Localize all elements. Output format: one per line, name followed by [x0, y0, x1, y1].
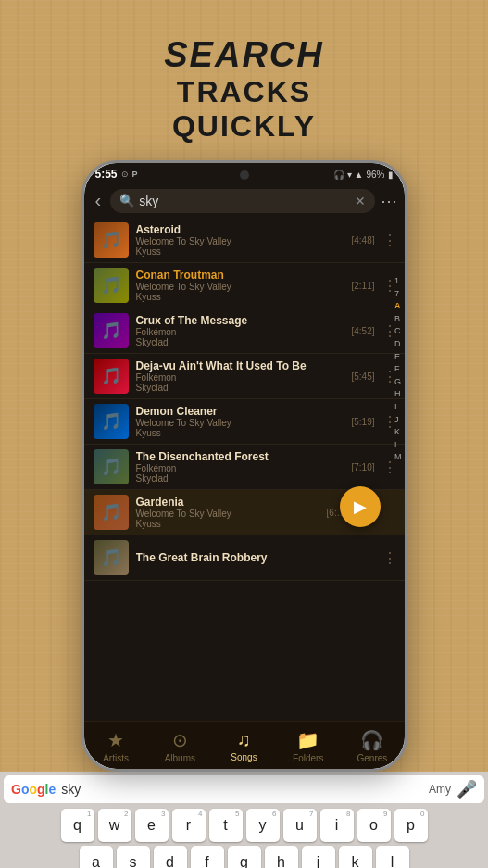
key-e[interactable]: 3e	[135, 809, 169, 842]
status-p-icon: P	[132, 170, 138, 179]
track-album: Folkémon	[136, 327, 344, 337]
google-logo: Google	[11, 782, 56, 797]
key-p[interactable]: 0p	[394, 809, 428, 842]
track-item[interactable]: 🎵 Crux of The Message Folkémon Skyclad […	[84, 308, 405, 354]
header-line1: SEARCH	[0, 35, 488, 75]
track-duration: [4:52]	[351, 326, 374, 336]
search-icon: 🔍	[119, 194, 134, 208]
keyboard-amy-text: Amy	[429, 783, 451, 796]
nav-songs-label: Songs	[231, 752, 257, 762]
track-album: Folkémon	[136, 463, 344, 473]
signal-icon: ▲	[355, 170, 364, 180]
key-j[interactable]: j	[302, 846, 335, 868]
keyboard-search-bar: Google sky Amy 🎤	[4, 775, 484, 803]
track-item[interactable]: 🎵 Asteroid Welcome To Sky Valley Kyuss […	[84, 218, 405, 263]
albums-icon: ⊙	[172, 729, 188, 751]
key-y[interactable]: 6y	[246, 809, 280, 842]
track-more-button[interactable]: ⋮	[382, 232, 397, 249]
track-item[interactable]: 🎵 The Disenchanted Forest Folkémon Skycl…	[84, 445, 405, 490]
track-thumbnail: 🎵	[94, 268, 129, 303]
key-d[interactable]: d	[154, 846, 187, 868]
genres-icon: 🎧	[360, 729, 383, 751]
track-item[interactable]: 🎵 Demon Cleaner Welcome To Sky Valley Ky…	[84, 399, 405, 445]
play-button[interactable]: ▶	[340, 486, 381, 527]
key-r[interactable]: 4r	[172, 809, 206, 842]
track-artist: Kyuss	[136, 292, 344, 302]
nav-genres[interactable]: 🎧 Genres	[340, 727, 404, 765]
key-o[interactable]: 9o	[357, 809, 391, 842]
search-query: sky	[139, 194, 349, 208]
nav-songs[interactable]: ♫ Songs	[212, 727, 276, 765]
key-w[interactable]: 2w	[98, 809, 131, 842]
wifi-icon: ▾	[347, 170, 352, 180]
nav-folders-label: Folders	[293, 753, 323, 763]
key-q[interactable]: 1q	[61, 809, 94, 842]
track-item[interactable]: 🎵 The Great Brain Robbery ⋮	[84, 535, 405, 581]
track-thumbnail: 🎵	[94, 222, 129, 258]
key-u[interactable]: 7u	[283, 809, 317, 842]
track-album: Welcome To Sky Valley	[136, 418, 344, 428]
track-list: 1 7 A B C D E F G H I J K L M 🎵 Astero	[84, 218, 405, 721]
track-title: Asteroid	[136, 223, 344, 236]
keyboard-rows: 1q 2w 3e 4r 5t 6y 7u 8i 9o 0p a s d f g …	[0, 807, 488, 868]
track-thumbnail: 🎵	[94, 359, 129, 394]
nav-genres-label: Genres	[357, 753, 388, 763]
key-a[interactable]: a	[80, 846, 113, 868]
folders-icon: 📁	[296, 729, 319, 751]
microphone-icon[interactable]: 🎤	[457, 779, 477, 799]
track-album: Folkémon	[136, 372, 344, 383]
side-index: 1 7 A B C D E F G H I J K L M	[392, 273, 405, 465]
track-thumbnail: 🎵	[94, 404, 129, 439]
track-artist: Skyclad	[136, 473, 344, 484]
camera-notch	[240, 170, 249, 180]
track-thumbnail: 🎵	[94, 313, 129, 348]
songs-icon: ♫	[237, 729, 251, 750]
track-artist: Skyclad	[136, 383, 344, 393]
key-l[interactable]: l	[376, 846, 409, 868]
track-title: Demon Cleaner	[136, 405, 344, 418]
nav-folders[interactable]: 📁 Folders	[276, 727, 340, 765]
header-line2: TRACKS	[0, 75, 488, 109]
search-input-container[interactable]: 🔍 sky ✕	[110, 189, 374, 213]
track-thumbnail: 🎵	[94, 495, 129, 530]
nav-albums-label: Albums	[165, 753, 195, 763]
key-f[interactable]: f	[191, 846, 224, 868]
track-title: Crux of The Message	[136, 314, 344, 327]
battery-percentage: 96%	[366, 170, 384, 180]
header-section: SEARCH TRACKS QUICKLY	[0, 0, 488, 160]
battery-icon: ▮	[388, 170, 394, 180]
track-item[interactable]: 🎵 Deja-vu Ain't What It Used To Be Folké…	[84, 354, 405, 399]
status-time: 5:55	[95, 168, 118, 181]
track-duration: [5:45]	[351, 371, 374, 382]
track-thumbnail: 🎵	[94, 540, 129, 575]
nav-albums[interactable]: ⊙ Albums	[148, 727, 212, 765]
key-h[interactable]: h	[265, 846, 298, 868]
track-artist: Kyuss	[136, 428, 344, 438]
track-thumbnail: 🎵	[94, 449, 129, 484]
track-title: Conan Troutman	[136, 269, 344, 282]
track-artist: Kyuss	[136, 246, 344, 257]
bottom-nav: ★ Artists ⊙ Albums ♫ Songs 📁 Folders 🎧 G…	[84, 721, 405, 769]
search-clear-button[interactable]: ✕	[355, 194, 366, 208]
phone-frame: 5:55 ⊙ P 🎧 ▾ ▲ 96% ▮ ‹ 🔍 sky ✕ ⋯	[81, 160, 407, 772]
keyboard-search-text: sky	[61, 782, 423, 797]
keyboard-area: Google sky Amy 🎤 1q 2w 3e 4r 5t 6y 7u 8i…	[0, 772, 488, 868]
headset-icon: 🎧	[333, 170, 344, 180]
phone-screen: 5:55 ⊙ P 🎧 ▾ ▲ 96% ▮ ‹ 🔍 sky ✕ ⋯	[84, 163, 405, 769]
track-duration: [7:10]	[351, 462, 374, 472]
nav-artists[interactable]: ★ Artists	[84, 727, 148, 765]
track-album: Welcome To Sky Valley	[136, 509, 319, 519]
key-t[interactable]: 5t	[209, 809, 243, 842]
key-g[interactable]: g	[228, 846, 261, 868]
key-s[interactable]: s	[117, 846, 150, 868]
key-i[interactable]: 8i	[320, 809, 354, 842]
more-options-button[interactable]: ⋯	[381, 191, 397, 211]
artists-icon: ★	[107, 729, 124, 751]
track-item[interactable]: 🎵 Conan Troutman Welcome To Sky Valley K…	[84, 263, 405, 308]
search-bar: ‹ 🔍 sky ✕ ⋯	[84, 183, 405, 218]
key-k[interactable]: k	[339, 846, 372, 868]
track-duration: [2:11]	[351, 281, 374, 291]
back-button[interactable]: ‹	[92, 188, 106, 213]
track-more-button[interactable]: ⋮	[382, 549, 397, 567]
track-item[interactable]: 🎵 Gardenia Welcome To Sky Valley Kyuss […	[84, 490, 405, 535]
